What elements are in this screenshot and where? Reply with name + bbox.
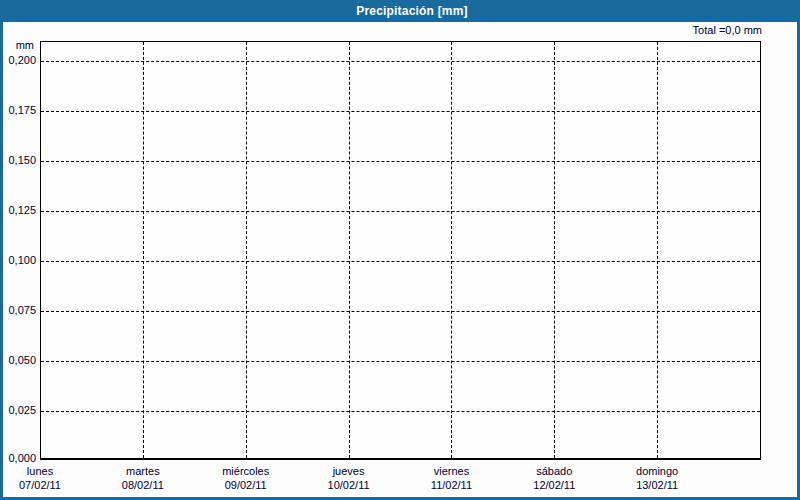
h-gridline	[41, 111, 760, 112]
x-day-label: sábado	[508, 465, 600, 478]
y-tick-label: 0,050	[0, 354, 36, 367]
y-tick-label: 0,100	[0, 254, 36, 267]
v-gridline	[657, 42, 658, 458]
h-gridline	[41, 161, 760, 162]
x-day-label: viernes	[405, 465, 497, 478]
x-day-label: martes	[97, 465, 189, 478]
v-gridline	[349, 42, 350, 458]
title-bar: Precipitación [mm]	[0, 0, 800, 22]
chart-title: Precipitación [mm]	[356, 4, 468, 18]
y-axis-unit-label: mm	[0, 39, 34, 52]
x-date-label: 09/02/11	[200, 479, 292, 492]
y-tick-label: 0,175	[0, 104, 36, 117]
x-day-label: domingo	[611, 465, 703, 478]
v-gridline	[451, 42, 452, 458]
precipitation-chart-window: Precipitación [mm] Total =0,0 mm mm 0,20…	[0, 0, 800, 500]
y-tick-label: 0,075	[0, 304, 36, 317]
plot-area	[40, 41, 761, 460]
x-date-label: 13/02/11	[611, 479, 703, 492]
x-date-label: 07/02/11	[0, 479, 86, 492]
v-gridline	[143, 42, 144, 458]
h-gridline	[41, 211, 760, 212]
y-tick-label: 0,200	[0, 54, 36, 67]
x-date-label: 10/02/11	[303, 479, 395, 492]
y-tick-label: 0,025	[0, 404, 36, 417]
x-date-label: 12/02/11	[508, 479, 600, 492]
x-day-label: miércoles	[200, 465, 292, 478]
total-label: Total =0,0 mm	[693, 24, 762, 37]
x-date-label: 08/02/11	[97, 479, 189, 492]
h-gridline	[41, 261, 760, 262]
v-gridline	[246, 42, 247, 458]
y-tick-label: 0,000	[0, 452, 36, 465]
v-gridline	[554, 42, 555, 458]
x-date-label: 11/02/11	[405, 479, 497, 492]
x-day-label: lunes	[0, 465, 86, 478]
h-gridline	[41, 361, 760, 362]
h-gridline	[41, 411, 760, 412]
y-tick-label: 0,150	[0, 154, 36, 167]
x-day-label: jueves	[303, 465, 395, 478]
h-gridline	[41, 61, 760, 62]
y-tick-label: 0,125	[0, 204, 36, 217]
h-gridline	[41, 311, 760, 312]
